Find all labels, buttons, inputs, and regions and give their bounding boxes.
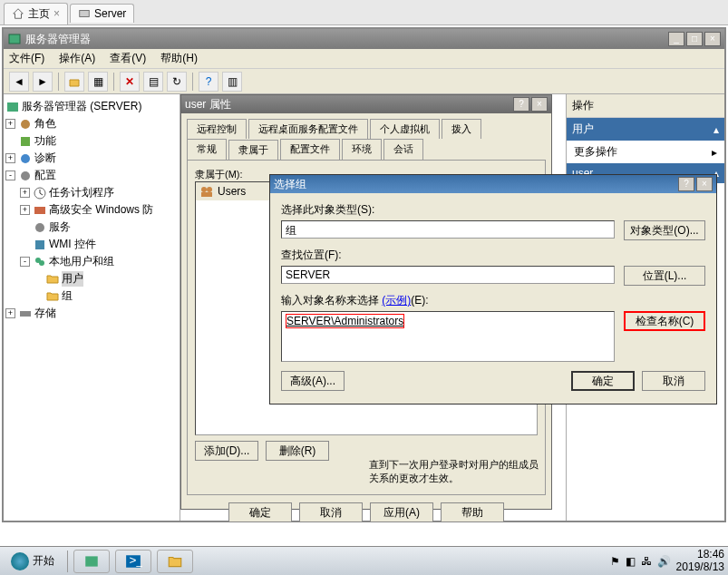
menu-file[interactable]: 文件(F) bbox=[9, 51, 44, 66]
dialog-title: user 属性 bbox=[185, 97, 231, 112]
check-names-button[interactable]: 检查名称(C) bbox=[624, 311, 705, 331]
collapse-icon[interactable]: - bbox=[20, 257, 30, 267]
refresh-button[interactable]: ↻ bbox=[167, 72, 187, 92]
app-icon bbox=[7, 32, 22, 46]
menu-view[interactable]: 查看(V) bbox=[110, 51, 146, 66]
forward-button[interactable]: ► bbox=[33, 72, 53, 92]
help-button[interactable]: ? bbox=[199, 72, 218, 92]
svg-text:>_: >_ bbox=[130, 553, 143, 567]
cancel-button[interactable]: 取消 bbox=[642, 371, 705, 391]
maximize-button[interactable]: □ bbox=[686, 32, 703, 46]
close-button[interactable]: × bbox=[704, 32, 721, 46]
tab-dialin[interactable]: 拨入 bbox=[442, 119, 481, 139]
object-types-button[interactable]: 对象类型(O)... bbox=[624, 220, 705, 240]
svg-rect-16 bbox=[201, 192, 212, 197]
roles-icon bbox=[18, 117, 33, 132]
advanced-button[interactable]: 高级(A)... bbox=[281, 371, 345, 391]
minimize-button[interactable]: _ bbox=[668, 32, 684, 46]
features-icon bbox=[18, 134, 33, 149]
tree-roles[interactable]: +角色 bbox=[5, 115, 178, 132]
back-button[interactable]: ◄ bbox=[9, 72, 29, 92]
expand-icon[interactable]: + bbox=[20, 205, 30, 215]
expand-icon[interactable]: + bbox=[20, 188, 30, 198]
tree-users[interactable]: 用户 bbox=[5, 270, 178, 288]
taskbar: 开始 >_ ⚑ ◧ 🖧 🔊 18:46 2019/8/13 bbox=[0, 546, 728, 575]
tree-root[interactable]: 服务器管理器 (SERVER) bbox=[5, 98, 178, 115]
expand-icon[interactable]: + bbox=[5, 119, 15, 129]
tree-task[interactable]: +任务计划程序 bbox=[5, 184, 178, 201]
props2-button[interactable]: ▤ bbox=[143, 72, 163, 92]
svg-rect-17 bbox=[85, 556, 98, 566]
svg-point-6 bbox=[21, 171, 30, 180]
menu-action[interactable]: 操作(A) bbox=[59, 51, 95, 66]
tab-profile[interactable]: 配置文件 bbox=[280, 139, 340, 160]
tab-close-icon[interactable]: × bbox=[53, 7, 60, 20]
tray-flag-icon[interactable]: ⚑ bbox=[610, 555, 620, 568]
delete-button[interactable]: ✕ bbox=[120, 72, 140, 92]
actions-users-section: 用户 ▴ bbox=[567, 118, 724, 141]
svg-rect-10 bbox=[35, 240, 44, 249]
disk-icon bbox=[78, 7, 91, 20]
help-button[interactable]: 帮助 bbox=[441, 502, 504, 522]
task-powershell[interactable]: >_ bbox=[115, 550, 151, 573]
svg-point-5 bbox=[21, 154, 30, 163]
tab-remote[interactable]: 远程控制 bbox=[187, 119, 247, 139]
help-button[interactable]: ? bbox=[678, 177, 694, 191]
example-link[interactable]: (示例) bbox=[382, 294, 411, 307]
folder-icon bbox=[45, 289, 60, 304]
tab-home[interactable]: 主页 × bbox=[4, 3, 68, 24]
tray-volume-icon[interactable]: 🔊 bbox=[657, 555, 671, 568]
toolbar: ◄ ► ▦ ✕ ▤ ↻ ? ▥ bbox=[4, 69, 724, 94]
start-label: 开始 bbox=[33, 553, 54, 569]
tray-network-icon[interactable]: 🖧 bbox=[641, 555, 652, 568]
expand-icon[interactable]: + bbox=[5, 308, 15, 318]
tray-action-center-icon[interactable]: ◧ bbox=[626, 555, 636, 568]
tree-features[interactable]: 功能 bbox=[5, 132, 178, 150]
close-button[interactable]: × bbox=[696, 177, 713, 191]
list-item-label: Users bbox=[218, 185, 246, 198]
location-label: 查找位置(F): bbox=[281, 248, 705, 263]
tab-session[interactable]: 会话 bbox=[383, 139, 423, 160]
chevron-up-icon[interactable]: ▴ bbox=[713, 123, 719, 136]
gear-icon bbox=[33, 220, 47, 235]
tab-env[interactable]: 环境 bbox=[342, 139, 382, 160]
ok-button[interactable]: 确定 bbox=[228, 502, 292, 522]
task-explorer[interactable] bbox=[157, 550, 193, 573]
clock[interactable]: 18:46 2019/8/13 bbox=[676, 549, 724, 572]
tree-services[interactable]: 服务 bbox=[5, 219, 178, 236]
tree-config[interactable]: -配置 bbox=[5, 167, 178, 184]
tab-pvm[interactable]: 个人虚拟机 bbox=[370, 119, 440, 139]
svg-point-9 bbox=[35, 223, 44, 232]
tab-rdp[interactable]: 远程桌面服务配置文件 bbox=[248, 119, 368, 139]
remove-button[interactable]: 删除(R) bbox=[266, 441, 329, 461]
tab-home-label: 主页 bbox=[28, 6, 50, 22]
tab-general[interactable]: 常规 bbox=[187, 139, 227, 160]
task-server-manager[interactable] bbox=[73, 550, 110, 573]
close-button[interactable]: × bbox=[531, 97, 548, 112]
tab-memberof[interactable]: 隶属于 bbox=[228, 140, 278, 161]
tree-firewall[interactable]: +高级安全 Windows 防 bbox=[5, 201, 178, 219]
tree-diag[interactable]: +诊断 bbox=[5, 150, 178, 167]
locations-button[interactable]: 位置(L)... bbox=[624, 266, 705, 286]
list-button[interactable]: ▥ bbox=[222, 72, 242, 92]
tree-lug[interactable]: -本地用户和组 bbox=[5, 253, 178, 270]
tree-groups[interactable]: 组 bbox=[5, 288, 178, 305]
more-actions-item[interactable]: 更多操作 ▸ bbox=[567, 141, 724, 163]
ok-button[interactable]: 确定 bbox=[571, 371, 635, 391]
tree-wmi[interactable]: WMI 控件 bbox=[5, 236, 178, 253]
names-input[interactable]: SERVER\Administrators bbox=[281, 311, 615, 362]
collapse-icon[interactable]: - bbox=[5, 171, 15, 180]
up-button[interactable] bbox=[64, 72, 84, 92]
svg-point-3 bbox=[21, 120, 30, 129]
menu-help[interactable]: 帮助(H) bbox=[160, 51, 198, 66]
props-button[interactable]: ▦ bbox=[88, 72, 108, 92]
add-button[interactable]: 添加(D)... bbox=[195, 441, 258, 461]
expand-icon[interactable]: + bbox=[5, 153, 15, 163]
tree-storage[interactable]: +存储 bbox=[5, 305, 178, 322]
cancel-button[interactable]: 取消 bbox=[299, 502, 363, 522]
start-button[interactable]: 开始 bbox=[4, 551, 62, 572]
apply-button[interactable]: 应用(A) bbox=[370, 502, 433, 522]
svg-point-14 bbox=[201, 187, 207, 192]
help-button[interactable]: ? bbox=[513, 97, 529, 112]
tab-server[interactable]: Server bbox=[70, 4, 134, 23]
